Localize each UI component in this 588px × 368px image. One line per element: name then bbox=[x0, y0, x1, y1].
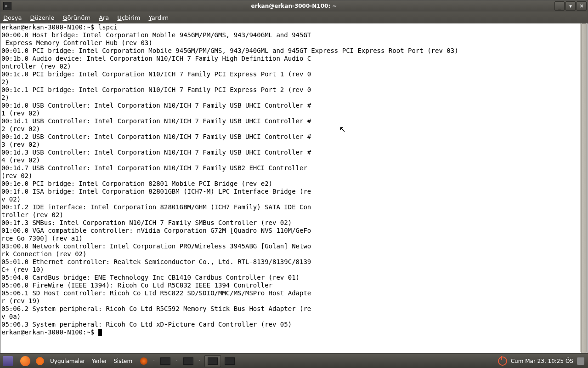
ubuntu-logo-icon bbox=[36, 357, 44, 365]
menu-help[interactable]: Yardım bbox=[148, 14, 169, 21]
terminal-app-icon bbox=[3, 2, 11, 10]
tray-indicator-icon[interactable] bbox=[577, 357, 584, 365]
system-tray: Cum Mar 23, 10:25 ÖS bbox=[498, 356, 588, 366]
terminal-icon bbox=[208, 357, 218, 365]
places-menu[interactable]: Yerler bbox=[88, 354, 110, 368]
terminal-window: erkan@erkan-3000-N100: ~ _ ▾ ✕ Dosya Düz… bbox=[0, 0, 588, 353]
titlebar[interactable]: erkan@erkan-3000-N100: ~ _ ▾ ✕ bbox=[0, 0, 588, 12]
prompt: erkan@erkan-3000-N100:~$ bbox=[1, 328, 98, 336]
cursor bbox=[98, 329, 102, 336]
power-icon[interactable] bbox=[498, 356, 507, 366]
system-menu[interactable]: Sistem bbox=[110, 354, 136, 368]
scrollbar-thumb[interactable] bbox=[581, 23, 587, 353]
minimize-button[interactable]: _ bbox=[554, 1, 565, 11]
taskbar-terminal-3[interactable] bbox=[222, 354, 237, 368]
show-desktop-button[interactable] bbox=[0, 354, 16, 368]
window-title: erkan@erkan-3000-N100: ~ bbox=[251, 3, 337, 9]
separator-dot: · bbox=[196, 354, 204, 368]
menu-search[interactable]: Ara bbox=[99, 14, 109, 21]
close-button[interactable]: ✕ bbox=[577, 1, 587, 11]
separator-dot: · bbox=[150, 354, 158, 368]
separator-dot: · bbox=[173, 354, 181, 368]
terminal-output-area[interactable]: erkan@erkan-3000-N100:~$ lspci 00:00.0 H… bbox=[0, 23, 580, 353]
firefox-launcher[interactable] bbox=[17, 354, 33, 368]
menu-edit[interactable]: Düzenle bbox=[30, 14, 54, 21]
taskbar-window-entry[interactable] bbox=[204, 355, 221, 367]
menu-terminal[interactable]: Uçbirim bbox=[117, 14, 140, 21]
applications-menu[interactable]: Uygulamalar bbox=[47, 354, 88, 368]
command-output: 00:00.0 Host bridge: Intel Corporation M… bbox=[1, 31, 458, 328]
menubar: Dosya Düzenle Görünüm Ara Uçbirim Yardım bbox=[0, 12, 588, 23]
taskbar-terminal-2[interactable] bbox=[181, 354, 196, 368]
taskbar-terminal-1[interactable] bbox=[158, 354, 173, 368]
taskbar: Uygulamalar Yerler Sistem · · · Cum Mar … bbox=[0, 354, 588, 368]
maximize-button[interactable]: ▾ bbox=[565, 1, 576, 11]
launcher-icon[interactable] bbox=[137, 354, 150, 368]
menu-file[interactable]: Dosya bbox=[3, 14, 22, 21]
prompt: erkan@erkan-3000-N100:~$ bbox=[1, 23, 98, 31]
clock[interactable]: Cum Mar 23, 10:25 ÖS bbox=[511, 358, 573, 364]
menu-view[interactable]: Görünüm bbox=[62, 14, 90, 21]
command: lspci bbox=[98, 23, 118, 31]
vertical-scrollbar[interactable] bbox=[580, 23, 587, 352]
ubuntu-menu[interactable] bbox=[33, 354, 47, 368]
